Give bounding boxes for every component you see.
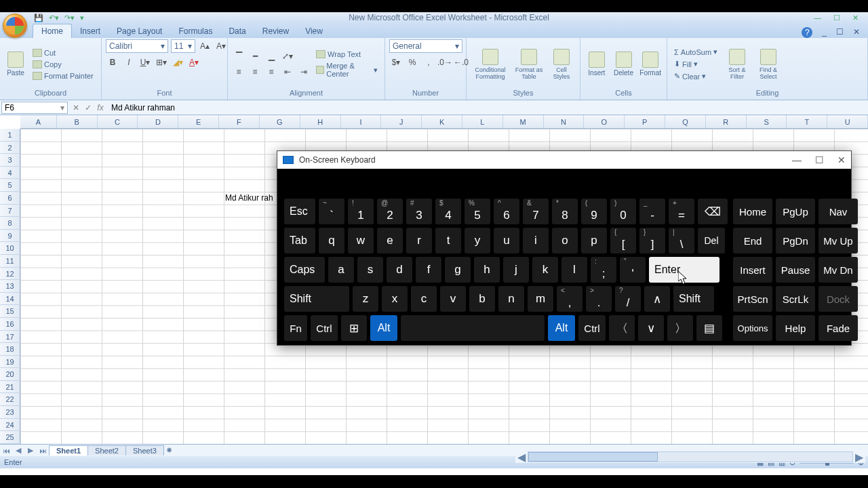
row-header-22[interactable]: 22 xyxy=(0,393,20,406)
key-f[interactable]: f xyxy=(416,257,441,283)
row-header-21[interactable]: 21 xyxy=(0,381,20,394)
key-space[interactable] xyxy=(401,315,545,341)
key-backslash[interactable]: |\ xyxy=(669,228,694,253)
col-header-G[interactable]: G xyxy=(260,115,300,128)
row-header-13[interactable]: 13 xyxy=(0,280,20,293)
col-header-I[interactable]: I xyxy=(341,115,382,128)
key-shift-left[interactable]: Shift xyxy=(284,286,349,312)
key-y[interactable]: y xyxy=(465,228,490,253)
cancel-formula-button[interactable]: ✕ xyxy=(71,103,81,113)
row-header-17[interactable]: 17 xyxy=(0,331,20,344)
tab-view[interactable]: View xyxy=(297,24,331,38)
minimize-ribbon-icon[interactable]: _ xyxy=(822,27,827,38)
key-home[interactable]: Home xyxy=(733,199,772,224)
help-icon[interactable]: ? xyxy=(802,27,812,38)
minimize-icon[interactable]: — xyxy=(814,14,821,22)
maximize-icon[interactable]: ☐ xyxy=(833,14,840,22)
row-header-8[interactable]: 8 xyxy=(0,217,20,230)
merge-center-button[interactable]: Merge & Center▾ xyxy=(313,61,380,79)
close-icon[interactable]: ✕ xyxy=(852,14,859,22)
increase-indent-button[interactable]: ⇥ xyxy=(297,65,311,79)
fill-color-button[interactable]: ◢▾ xyxy=(171,56,184,69)
align-middle-button[interactable]: ━ xyxy=(248,49,262,63)
sheet-tab-2[interactable]: Sheet2 xyxy=(87,445,126,455)
col-header-K[interactable]: K xyxy=(422,115,462,128)
key-fn[interactable]: Fn xyxy=(284,315,307,341)
redo-icon[interactable]: ↷▾ xyxy=(64,14,75,22)
key-p[interactable]: p xyxy=(581,228,607,253)
col-header-Q[interactable]: Q xyxy=(665,115,706,128)
key-mvup[interactable]: Mv Up xyxy=(818,228,858,253)
key-i[interactable]: i xyxy=(523,228,549,253)
osk-maximize-button[interactable]: ☐ xyxy=(815,155,824,165)
tab-insert[interactable]: Insert xyxy=(72,24,108,38)
key-6[interactable]: ^6 xyxy=(494,199,519,224)
align-right-button[interactable]: ≡ xyxy=(264,65,278,79)
col-header-P[interactable]: P xyxy=(625,115,665,128)
sheet-nav-next[interactable]: ▶ xyxy=(24,446,37,455)
on-screen-keyboard-window[interactable]: On-Screen Keyboard — ☐ ✕ Esc ~` !1 @2 #3… xyxy=(277,150,852,346)
row-header-12[interactable]: 12 xyxy=(0,268,20,281)
col-header-H[interactable]: H xyxy=(300,115,341,128)
key-8[interactable]: *8 xyxy=(552,199,578,224)
key-equals[interactable]: += xyxy=(669,199,694,224)
key-mvdn[interactable]: Mv Dn xyxy=(818,257,858,283)
fill-button[interactable]: ⬇ Fill▾ xyxy=(671,59,720,69)
key-k[interactable]: k xyxy=(532,257,558,283)
quick-access-toolbar[interactable]: 💾 ↶▾ ↷▾ ▾ xyxy=(30,14,84,22)
font-color-button[interactable]: A▾ xyxy=(187,56,201,69)
format-cells-button[interactable]: Format xyxy=(638,44,663,85)
office-button[interactable] xyxy=(3,14,27,38)
row-header-2[interactable]: 2 xyxy=(0,142,20,155)
key-g[interactable]: g xyxy=(445,257,471,283)
row-header-11[interactable]: 11 xyxy=(0,255,20,268)
tab-review[interactable]: Review xyxy=(254,24,297,38)
row-header-3[interactable]: 3 xyxy=(0,154,20,167)
key-o[interactable]: o xyxy=(552,228,578,253)
autosum-button[interactable]: Σ AutoSum▾ xyxy=(671,47,720,57)
row-header-18[interactable]: 18 xyxy=(0,343,20,356)
sheet-nav-first[interactable]: ⏮ xyxy=(0,447,12,455)
key-options[interactable]: Options xyxy=(733,315,772,341)
save-icon[interactable]: 💾 xyxy=(34,14,43,22)
row-header-10[interactable]: 10 xyxy=(0,242,20,255)
col-header-C[interactable]: C xyxy=(98,115,138,128)
key-semicolon[interactable]: :; xyxy=(591,257,616,283)
row-header-6[interactable]: 6 xyxy=(0,192,20,205)
key-z[interactable]: z xyxy=(353,286,378,312)
formula-input[interactable]: Md Atikur rahman xyxy=(108,103,868,113)
key-enter[interactable]: Enter xyxy=(649,257,719,283)
sheet-tab-1[interactable]: Sheet1 xyxy=(49,445,88,455)
shrink-font-button[interactable]: A▾ xyxy=(214,39,228,53)
key-9[interactable]: (9 xyxy=(581,199,607,224)
col-header-A[interactable]: A xyxy=(20,115,57,128)
key-minus[interactable]: _- xyxy=(639,199,665,224)
key-x[interactable]: x xyxy=(382,286,408,312)
row-header-20[interactable]: 20 xyxy=(0,368,20,381)
osk-titlebar[interactable]: On-Screen Keyboard — ☐ ✕ xyxy=(277,151,851,169)
key-scrlk[interactable]: ScrLk xyxy=(776,286,815,312)
key-rbracket[interactable]: }] xyxy=(639,228,665,253)
sheet-nav-last[interactable]: ⏭ xyxy=(37,447,49,455)
undo-icon[interactable]: ↶▾ xyxy=(49,14,59,22)
key-5[interactable]: %5 xyxy=(465,199,490,224)
sort-filter-button[interactable]: Sort & Filter xyxy=(723,44,751,85)
key-w[interactable]: w xyxy=(348,228,374,253)
key-t[interactable]: t xyxy=(435,228,461,253)
row-header-9[interactable]: 9 xyxy=(0,230,20,243)
bold-button[interactable]: B xyxy=(106,56,119,69)
fx-button[interactable]: fx xyxy=(95,103,106,113)
border-button[interactable]: ⊞▾ xyxy=(155,56,168,69)
key-slash[interactable]: ?/ xyxy=(615,286,641,312)
osk-close-button[interactable]: ✕ xyxy=(837,155,846,165)
font-name-combo[interactable]: Calibri▾ xyxy=(106,39,168,53)
key-period[interactable]: >. xyxy=(586,286,612,312)
percent-button[interactable]: % xyxy=(406,56,419,69)
key-ctrl-left[interactable]: Ctrl xyxy=(311,315,338,341)
align-center-button[interactable]: ≡ xyxy=(248,65,262,79)
tab-page-layout[interactable]: Page Layout xyxy=(108,24,170,38)
col-header-U[interactable]: U xyxy=(827,115,868,128)
row-header-1[interactable]: 1 xyxy=(0,129,20,142)
orientation-button[interactable]: ⤢▾ xyxy=(281,49,294,63)
key-quote[interactable]: "' xyxy=(620,257,646,283)
